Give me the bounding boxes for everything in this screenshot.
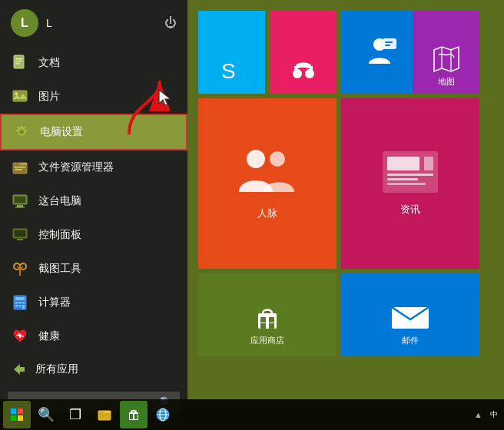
taskbar-tray: ▲ 中 (471, 409, 501, 420)
sidebar-item-documents[interactable]: 文档 (0, 46, 187, 80)
svg-rect-42 (385, 45, 390, 46)
sidebar-item-pc-settings[interactable]: 电脑设置 (0, 114, 187, 150)
svg-rect-26 (15, 302, 18, 304)
tile-music[interactable] (270, 11, 337, 94)
svg-rect-48 (424, 157, 433, 170)
control-panel-label: 控制面板 (38, 228, 81, 242)
tile-news[interactable]: 资讯 (341, 98, 479, 269)
sidebar-item-health[interactable]: 健康 (0, 319, 187, 353)
feedback-tile-icon (349, 37, 410, 68)
svg-rect-41 (385, 41, 393, 43)
svg-rect-66 (130, 414, 133, 417)
tile-skype[interactable]: S (198, 11, 265, 94)
all-apps-arrow-icon (11, 361, 28, 378)
pc-settings-label: 电脑设置 (40, 125, 83, 139)
start-button[interactable] (3, 401, 31, 428)
sidebar-item-control-panel[interactable]: 控制面板 (0, 218, 187, 252)
svg-rect-37 (310, 66, 313, 74)
svg-rect-53 (260, 317, 266, 322)
svg-rect-3 (15, 63, 20, 64)
svg-rect-27 (19, 302, 22, 304)
pictures-label: 图片 (38, 90, 60, 104)
svg-rect-2 (15, 61, 22, 62)
this-pc-label: 这台电脑 (38, 194, 81, 208)
health-label: 健康 (38, 329, 60, 343)
svg-rect-15 (15, 207, 25, 208)
right-panel: S (187, 0, 504, 399)
svg-rect-67 (130, 417, 133, 419)
start-menu: L L ⏻ 文档 (0, 0, 504, 399)
snipping-tool-label: 截图工具 (38, 262, 81, 276)
username-label: L (46, 17, 52, 29)
appstore-tile-label: 应用商店 (250, 335, 284, 346)
appstore-tile-icon (252, 303, 283, 332)
tile-appstore[interactable]: 应用商店 (198, 273, 337, 356)
svg-marker-45 (434, 47, 459, 71)
user-info: L L (11, 9, 52, 37)
menu-items-list: 文档 图片 (0, 46, 187, 353)
sidebar-item-file-explorer[interactable]: 文件资源管理器 (0, 150, 187, 184)
control-panel-icon (11, 226, 29, 244)
svg-rect-61 (18, 408, 23, 414)
sidebar-item-this-pc[interactable]: 这台电脑 (0, 184, 187, 218)
svg-rect-68 (134, 414, 138, 417)
taskbar-search-icon: 🔍 (38, 406, 55, 423)
taskbar-tray-icons: ▲ (471, 410, 486, 419)
svg-rect-54 (260, 323, 266, 329)
music-tile-icon (290, 57, 317, 84)
taskbar-task-view-button[interactable]: ❐ (61, 401, 89, 428)
taskbar-ie-pin[interactable] (149, 401, 177, 428)
avatar[interactable]: L (11, 9, 38, 37)
snipping-tool-icon (11, 260, 29, 278)
svg-rect-50 (387, 178, 418, 180)
svg-rect-14 (17, 205, 23, 207)
news-tile-label: 资讯 (400, 203, 420, 217)
documents-label: 文档 (38, 56, 60, 70)
svg-rect-55 (269, 317, 274, 322)
svg-point-6 (15, 92, 18, 95)
svg-rect-13 (15, 197, 25, 203)
all-apps-item[interactable]: 所有应用 (0, 353, 187, 385)
svg-rect-30 (19, 305, 22, 307)
sidebar-item-calculator[interactable]: 计算器 (0, 286, 187, 319)
svg-point-8 (19, 130, 24, 134)
svg-rect-29 (15, 305, 18, 307)
svg-rect-25 (15, 297, 25, 300)
svg-rect-10 (15, 167, 25, 168)
taskbar: 🔍 ❐ (0, 399, 504, 430)
file-explorer-icon (11, 158, 29, 177)
this-pc-icon (11, 192, 29, 210)
svg-point-43 (247, 150, 265, 168)
svg-text:S: S (221, 59, 236, 83)
svg-rect-51 (387, 183, 426, 185)
mail-tile-icon (390, 303, 430, 332)
mail-tile-label: 邮件 (402, 335, 419, 346)
contacts-tile-label: 人脉 (257, 207, 277, 220)
user-header: L L ⏻ (0, 0, 187, 46)
svg-rect-18 (17, 239, 23, 240)
settings-icon (12, 123, 31, 141)
svg-rect-63 (18, 415, 23, 421)
svg-rect-60 (11, 408, 16, 414)
svg-rect-62 (11, 415, 16, 421)
taskbar-search-button[interactable]: 🔍 (32, 401, 60, 428)
calculator-icon (11, 293, 29, 312)
pictures-icon (11, 88, 29, 106)
svg-rect-17 (15, 230, 25, 237)
taskbar-file-explorer-pin[interactable] (91, 401, 118, 428)
svg-rect-47 (387, 157, 419, 170)
sidebar-item-pictures[interactable]: 图片 (0, 80, 187, 114)
svg-rect-36 (294, 66, 297, 74)
calculator-label: 计算器 (38, 296, 71, 309)
power-icon[interactable]: ⏻ (164, 16, 177, 30)
sidebar-item-snipping-tool[interactable]: 截图工具 (0, 252, 187, 286)
tile-contacts[interactable]: 人脉 (198, 98, 337, 269)
all-apps-label: 所有应用 (35, 362, 78, 376)
taskbar-task-view-icon: ❐ (69, 406, 81, 423)
tile-map[interactable]: 地图 (413, 11, 479, 94)
file-explorer-label: 文件资源管理器 (38, 160, 114, 174)
map-tile-icon (433, 45, 460, 73)
tile-mail[interactable]: 邮件 (341, 273, 479, 356)
taskbar-store-pin[interactable] (120, 401, 148, 428)
svg-rect-28 (22, 302, 25, 304)
